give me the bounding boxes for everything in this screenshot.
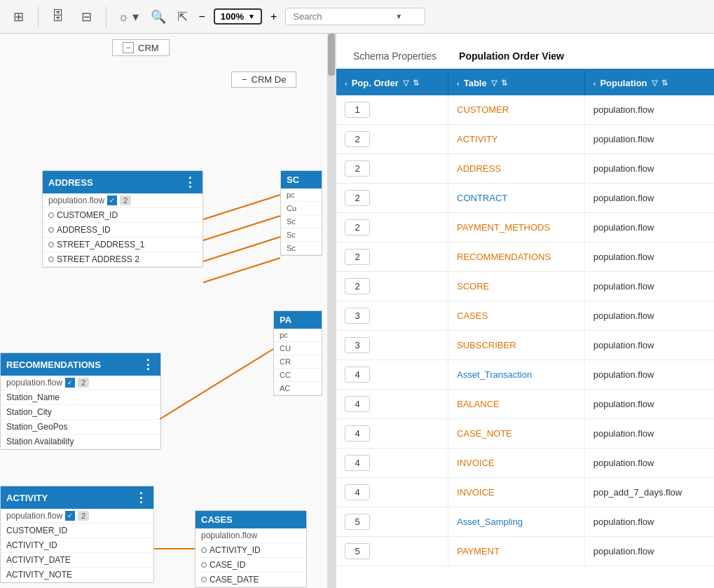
table-name-cell-5: RECOMMENDATIONS	[448, 242, 585, 272]
pop-order-box-3[interactable]: 2	[345, 190, 370, 206]
activity-flow-text: population.flow	[6, 511, 62, 521]
table-row: 5PAYMENTpopulation.flow	[336, 537, 714, 566]
table-filter-icon[interactable]: ▽	[491, 78, 497, 88]
canvas-area[interactable]: − CRM − CRM De ADDRESS ⋮ population.flow…	[0, 34, 336, 588]
search-dropdown-arrow[interactable]: ▼	[395, 13, 402, 20]
activity-row-1: CUSTOMER_ID	[1, 524, 153, 538]
tab-population-order[interactable]: Population Order View	[456, 45, 567, 69]
pop-order-box-10[interactable]: 4	[345, 396, 370, 412]
zoom-control[interactable]: 100% ▼	[214, 8, 262, 25]
table-name-cell-0: CUSTOMER	[448, 95, 585, 125]
search-input[interactable]	[293, 11, 391, 22]
share-icon[interactable]: ⇱	[174, 6, 191, 27]
pop-order-cell-12: 4	[336, 449, 448, 478]
population-left-arrow[interactable]: ‹	[593, 79, 596, 88]
canvas-scrollbar[interactable]	[327, 34, 336, 588]
pop-order-box-8[interactable]: 3	[345, 337, 370, 353]
svg-line-3	[203, 258, 280, 282]
canvas-scroll-thumb[interactable]	[328, 34, 335, 76]
recommendations-title: RECOMMENDATIONS	[6, 360, 101, 370]
pop-order-box-0[interactable]: 1	[345, 102, 370, 118]
population-order-table[interactable]: ‹ Pop. Order ▽ ⇅ ‹ Table ▽ ⇅	[336, 71, 714, 588]
pop-order-box-12[interactable]: 4	[345, 455, 370, 471]
table-row: 4INVOICEpop_add_7_days.flow	[336, 478, 714, 507]
address-row2-text: ADDRESS_ID	[57, 225, 111, 235]
zoom-value: 100%	[221, 11, 244, 22]
pop-order-sort-icon[interactable]: ⇅	[413, 78, 419, 88]
table-name-cell-6: SCORE	[448, 272, 585, 301]
zoom-out-icon[interactable]: 🔍	[148, 6, 169, 27]
crm-collapse-btn[interactable]: −	[123, 42, 134, 53]
address-count: 2	[120, 196, 131, 205]
pa-row4: CC	[274, 369, 322, 382]
zoom-plus[interactable]: +	[268, 11, 280, 23]
activity-menu-btn[interactable]: ⋮	[135, 490, 148, 505]
table-row: 4CASE_NOTEpopulation.flow	[336, 419, 714, 449]
pop-order-box-9[interactable]: 4	[345, 367, 370, 383]
pop-order-box-14[interactable]: 5	[345, 514, 370, 530]
table-name-cell-15: PAYMENT	[448, 537, 585, 566]
cases-title: CASES	[201, 514, 233, 525]
recommendations-checkbox[interactable]: ✓	[65, 378, 75, 388]
activity-row-2: ACTIVITY_ID	[1, 538, 153, 553]
table-name-9: Asset_Transaction	[457, 369, 532, 380]
table-name-cell-1: ACTIVITY	[448, 125, 585, 154]
recommendations-menu-btn[interactable]: ⋮	[142, 357, 155, 372]
pop-order-cell-15: 5	[336, 537, 448, 566]
light-icon[interactable]: ☼ ▾	[115, 6, 142, 27]
address-menu-btn[interactable]: ⋮	[184, 175, 197, 190]
table-name-4: PAYMENT_METHODS	[457, 222, 550, 233]
population-sort-icon[interactable]: ⇅	[661, 78, 668, 88]
pa-row1: pc	[274, 329, 322, 342]
pop-order-box-6[interactable]: 2	[345, 278, 370, 294]
zoom-dropdown-arrow[interactable]: ▼	[248, 13, 255, 20]
cases-subheader: population.flow	[195, 528, 306, 543]
pop-order-box-4[interactable]: 2	[345, 219, 370, 235]
address-checkbox[interactable]: ✓	[107, 196, 117, 205]
table-name-cell-12: INVOICE	[448, 449, 585, 478]
pop-order-filter-icon[interactable]: ▽	[403, 78, 409, 88]
recommendations-header: RECOMMENDATIONS ⋮	[1, 353, 160, 376]
cases-row1-dot	[201, 547, 207, 553]
th-population: ‹ Population ▽ ⇅	[584, 71, 714, 95]
crm-de-collapse-btn[interactable]: −	[242, 74, 247, 85]
pop-order-cell-11: 4	[336, 419, 448, 449]
address-title: ADDRESS	[48, 177, 93, 188]
sc-row2: Cu	[281, 202, 322, 215]
recommendations-count: 2	[78, 378, 89, 388]
table-left-arrow[interactable]: ‹	[457, 79, 460, 88]
pop-order-box-13[interactable]: 4	[345, 484, 370, 500]
database-search-icon[interactable]: 🗄	[47, 6, 69, 28]
population-filter-icon[interactable]: ▽	[652, 78, 657, 88]
population-value-0: population.flow	[584, 95, 714, 125]
population-value-12: population.flow	[584, 449, 714, 478]
rec-row4-text: Station Availability	[6, 437, 74, 446]
grid-icon[interactable]: ⊞	[7, 6, 29, 28]
search-box[interactable]: ▼	[285, 8, 425, 25]
th-pop-order: ‹ Pop. Order ▽ ⇅	[336, 71, 448, 95]
address-row-1: CUSTOMER_ID	[43, 208, 202, 223]
pop-order-box-15[interactable]: 5	[345, 543, 370, 559]
cases-row3-text: CASE_DATE	[210, 575, 259, 584]
svg-line-0	[203, 195, 280, 219]
pop-order-box-1[interactable]: 2	[345, 131, 370, 147]
table-row: 2PAYMENT_METHODSpopulation.flow	[336, 213, 714, 242]
pop-order-box-5[interactable]: 2	[345, 249, 370, 265]
pop-order-cell-5: 2	[336, 242, 448, 272]
table-name-cell-11: CASE_NOTE	[448, 419, 585, 449]
pop-order-box-11[interactable]: 4	[345, 425, 370, 442]
sc-row5: Sc	[281, 242, 322, 255]
main-area: − CRM − CRM De ADDRESS ⋮ population.flow…	[0, 34, 714, 588]
tab-schema-properties[interactable]: Schema Properties	[350, 45, 439, 69]
crm-label: − CRM	[112, 39, 170, 56]
table-sort-icon[interactable]: ⇅	[501, 78, 507, 88]
activity-checkbox[interactable]: ✓	[65, 511, 75, 521]
table-icon[interactable]: ⊟	[75, 6, 97, 28]
th-pop-order-label: Pop. Order	[352, 78, 399, 88]
pop-order-left-arrow[interactable]: ‹	[345, 79, 348, 88]
pop-order-box-7[interactable]: 3	[345, 308, 370, 324]
pop-order-box-2[interactable]: 2	[345, 160, 370, 177]
population-value-14: population.flow	[584, 507, 714, 537]
cases-row-2: CASE_ID	[195, 558, 306, 573]
zoom-minus[interactable]: −	[196, 11, 208, 23]
